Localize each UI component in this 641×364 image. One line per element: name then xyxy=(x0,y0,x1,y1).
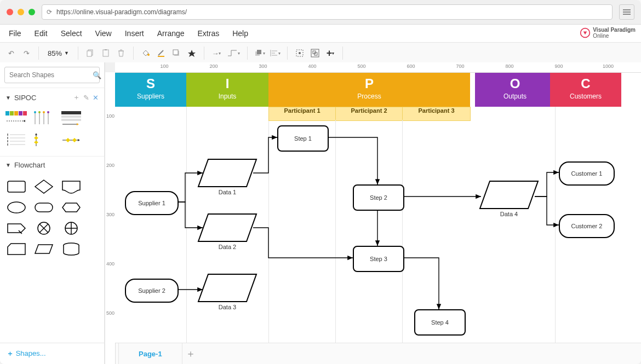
menu-arrange[interactable]: Arrange xyxy=(153,27,189,40)
node-data-2[interactable] xyxy=(197,213,257,242)
page-tabs: ⋮ Page-1 ＋ xyxy=(105,343,641,364)
undo-button[interactable]: ↶ xyxy=(4,47,18,60)
shape-or[interactable] xyxy=(34,221,54,236)
browser-bar: ⟳ https://online.visual-paradigm.com/dia… xyxy=(0,0,641,25)
node-data-3[interactable] xyxy=(197,273,257,303)
chevron-down-icon: ▼ xyxy=(5,95,11,101)
style-button[interactable] xyxy=(185,47,198,60)
svg-rect-3 xyxy=(87,51,91,56)
svg-rect-19 xyxy=(10,111,14,115)
shape-diamond[interactable] xyxy=(34,179,54,194)
menu-edit[interactable]: Edit xyxy=(30,27,52,40)
svg-marker-45 xyxy=(34,136,38,140)
redo-button[interactable]: ↷ xyxy=(20,47,33,60)
svg-point-6 xyxy=(147,54,150,56)
add-page-button[interactable]: ＋ xyxy=(182,347,199,360)
diagram-canvas[interactable]: S Suppliers I Inputs P Process xyxy=(115,73,641,343)
svg-marker-50 xyxy=(72,138,77,142)
shape-data[interactable] xyxy=(34,241,54,257)
sipoc-template-1[interactable] xyxy=(5,110,27,126)
sipoc-template-2[interactable] xyxy=(33,110,55,126)
node-data-4[interactable] xyxy=(479,180,539,210)
sipoc-template-5[interactable] xyxy=(33,132,55,148)
search-input[interactable] xyxy=(8,71,93,79)
align-button[interactable]: ▾ xyxy=(268,47,282,60)
sipoc-template-3[interactable] xyxy=(60,110,82,126)
node-step-4[interactable]: Step 4 xyxy=(414,309,466,336)
node-supplier-2[interactable]: Supplier 2 xyxy=(125,279,179,303)
menu-select[interactable]: Select xyxy=(56,27,87,40)
sublane-1[interactable]: Participant 1 xyxy=(268,107,336,121)
menu-file[interactable]: File xyxy=(4,27,26,40)
shape-document[interactable] xyxy=(61,179,81,194)
shape-database[interactable] xyxy=(61,241,81,257)
svg-point-30 xyxy=(47,111,49,113)
waypoint-button[interactable]: ▾ xyxy=(225,47,242,60)
close-window[interactable] xyxy=(7,9,13,15)
connector-button[interactable]: →▾ xyxy=(210,47,223,60)
brand-line1: Visual Paradigm xyxy=(593,27,636,33)
node-step-2[interactable]: Step 2 xyxy=(353,184,404,211)
search-icon[interactable]: 🔍 xyxy=(93,71,101,79)
snap-button[interactable] xyxy=(293,47,306,60)
node-customer-1[interactable]: Customer 1 xyxy=(559,161,615,186)
node-supplier-1[interactable]: Supplier 1 xyxy=(125,191,179,215)
delete-button[interactable] xyxy=(115,47,128,60)
menu-extras[interactable]: Extras xyxy=(193,27,224,40)
sipoc-template-4[interactable] xyxy=(5,132,27,148)
reload-icon[interactable]: ⟳ xyxy=(47,8,52,16)
panel-flowchart-header[interactable]: ▼ Flowchart xyxy=(0,156,104,174)
paste-button[interactable] xyxy=(99,47,112,60)
page-tab-1[interactable]: Page-1 xyxy=(118,343,182,364)
stroke-button[interactable] xyxy=(154,47,168,60)
node-step-1[interactable]: Step 1 xyxy=(277,125,329,152)
svg-point-14 xyxy=(299,52,301,54)
zoom-dropdown[interactable]: 85% ▼ xyxy=(44,49,72,57)
shape-terminator[interactable] xyxy=(34,200,54,215)
shape-ellipse[interactable] xyxy=(7,200,26,215)
shape-card[interactable] xyxy=(7,241,26,257)
lane-customers[interactable]: C Customers xyxy=(550,73,621,343)
brand-logo[interactable]: Visual Paradigm Online xyxy=(580,27,636,39)
svg-marker-10 xyxy=(188,50,196,57)
svg-rect-22 xyxy=(23,111,27,115)
node-step-3[interactable]: Step 3 xyxy=(353,246,404,272)
node-data-1[interactable] xyxy=(197,158,257,188)
browser-menu-icon[interactable] xyxy=(619,4,634,20)
copy-button[interactable] xyxy=(84,47,97,60)
menu-view[interactable]: View xyxy=(91,27,116,40)
maximize-window[interactable] xyxy=(28,9,35,15)
node-customer-2[interactable]: Customer 2 xyxy=(559,214,615,238)
ruler-vertical: 100 200 300 400 500 xyxy=(105,72,116,364)
sublane-3[interactable]: Participant 3 xyxy=(402,107,471,121)
insert-button[interactable]: +▾ xyxy=(324,47,337,60)
minimize-window[interactable] xyxy=(18,9,24,15)
front-button[interactable]: ▾ xyxy=(253,47,266,60)
svg-rect-38 xyxy=(7,143,8,146)
svg-rect-37 xyxy=(7,140,8,142)
close-icon[interactable]: ✕ xyxy=(93,94,99,102)
edit-icon[interactable]: ✎ xyxy=(83,94,89,102)
svg-point-28 xyxy=(38,111,41,113)
menu-insert[interactable]: Insert xyxy=(121,27,148,40)
svg-rect-20 xyxy=(14,111,18,115)
menu-help[interactable]: Help xyxy=(228,27,253,40)
add-icon[interactable]: ＋ xyxy=(73,93,80,102)
sipoc-template-6[interactable] xyxy=(60,132,82,148)
shape-sum[interactable] xyxy=(61,221,81,236)
shape-offpage[interactable] xyxy=(7,221,26,236)
group-button[interactable] xyxy=(308,47,322,60)
shape-hexagon[interactable] xyxy=(61,200,81,215)
shapes-button[interactable]: ＋ Shapes... xyxy=(0,343,104,364)
shape-rect[interactable] xyxy=(7,179,26,194)
shadow-button[interactable] xyxy=(170,47,183,60)
fill-button[interactable] xyxy=(139,47,152,60)
url-bar[interactable]: ⟳ https://online.visual-paradigm.com/dia… xyxy=(42,4,613,20)
panel-sipoc-header[interactable]: ▼ SIPOC ＋ ✎ ✕ xyxy=(0,88,104,107)
url-text: https://online.visual-paradigm.com/diagr… xyxy=(56,8,187,16)
sublane-2[interactable]: Participant 2 xyxy=(335,107,403,121)
search-shapes[interactable]: 🔍 ⋮ xyxy=(4,67,100,83)
svg-marker-46 xyxy=(34,141,38,144)
svg-rect-35 xyxy=(7,134,8,136)
svg-rect-31 xyxy=(61,111,81,114)
